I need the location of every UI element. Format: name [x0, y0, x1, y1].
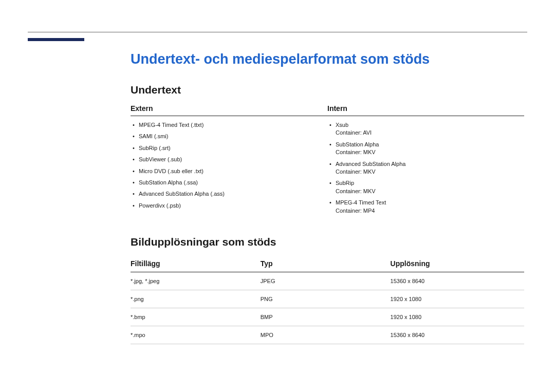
list-item: SubStation Alpha (.ssa) [139, 179, 327, 186]
table-row: *.png PNG 1920 x 1080 [131, 290, 524, 308]
cell-ext: *.bmp [131, 308, 261, 326]
table-row: *.bmp BMP 1920 x 1080 [131, 308, 524, 326]
extern-rule [131, 116, 327, 116]
cell-type: PNG [261, 290, 391, 308]
item-container: Container: MKV [336, 168, 524, 176]
intern-rule [327, 116, 524, 116]
list-item: Powerdivx (.psb) [139, 202, 327, 210]
resolution-table: Filtillägg Typ Upplösning *.jpg, *.jpeg … [131, 256, 524, 344]
cell-res: 15360 x 8640 [391, 272, 524, 290]
extern-heading: Extern [131, 104, 327, 116]
intern-column: Intern Xsub Container: AVI SubStation Al… [327, 104, 524, 218]
table-body: *.jpg, *.jpeg JPEG 15360 x 8640 *.png PN… [131, 272, 524, 344]
list-item: Micro DVD (.sub eller .txt) [139, 167, 327, 175]
section-subtitle-undertext: Undertext [131, 84, 524, 96]
list-item: SubViewer (.sub) [139, 156, 327, 163]
cell-ext: *.mpo [131, 326, 261, 344]
list-item: SAMI (.smi) [139, 133, 327, 140]
cell-res: 1920 x 1080 [391, 308, 524, 326]
list-item: MPEG-4 Timed Text Container: MP4 [336, 199, 524, 215]
list-item: SubRip (.srt) [139, 144, 327, 152]
table-head: Filtillägg Typ Upplösning [131, 256, 524, 272]
item-name: Xsub [336, 122, 348, 128]
table-row: *.mpo MPO 15360 x 8640 [131, 326, 524, 344]
item-name: Advanced SubStation Alpha [336, 161, 405, 167]
cell-type: JPEG [261, 272, 391, 290]
cell-res: 1920 x 1080 [391, 290, 524, 308]
accent-bar [28, 38, 84, 41]
page: Undertext- och mediespelarformat som stö… [0, 0, 555, 392]
item-container: Container: MKV [336, 148, 524, 156]
item-name: SubRip [336, 180, 354, 186]
page-title: Undertext- och mediespelarformat som stö… [131, 51, 524, 67]
list-item: Advanced SubStation Alpha Container: MKV [336, 160, 524, 176]
col-type: Typ [261, 256, 391, 272]
list-item: MPEG-4 Timed Text (.ttxt) [139, 121, 327, 129]
item-container: Container: AVI [336, 129, 524, 137]
cell-type: MPO [261, 326, 391, 344]
list-item: Advanced SubStation Alpha (.ass) [139, 190, 327, 198]
intern-heading: Intern [327, 104, 524, 116]
subtitle-columns: Extern MPEG-4 Timed Text (.ttxt) SAMI (.… [131, 104, 524, 218]
table-header-row: Filtillägg Typ Upplösning [131, 256, 524, 272]
content-area: Undertext- och mediespelarformat som stö… [131, 51, 524, 344]
cell-ext: *.png [131, 290, 261, 308]
extern-list: MPEG-4 Timed Text (.ttxt) SAMI (.smi) Su… [131, 121, 327, 210]
item-container: Container: MKV [336, 188, 524, 195]
cell-ext: *.jpg, *.jpeg [131, 272, 261, 290]
intern-list: Xsub Container: AVI SubStation Alpha Con… [327, 121, 524, 215]
table-row: *.jpg, *.jpeg JPEG 15360 x 8640 [131, 272, 524, 290]
cell-type: BMP [261, 308, 391, 326]
list-item: SubRip Container: MKV [336, 179, 524, 195]
section-image-resolutions: Bildupplösningar som stöds [131, 236, 524, 248]
top-rule [28, 32, 527, 32]
item-name: MPEG-4 Timed Text [336, 199, 386, 206]
list-item: SubStation Alpha Container: MKV [336, 141, 524, 157]
extern-column: Extern MPEG-4 Timed Text (.ttxt) SAMI (.… [131, 104, 327, 218]
list-item: Xsub Container: AVI [336, 121, 524, 137]
col-ext: Filtillägg [131, 256, 261, 272]
col-res: Upplösning [391, 256, 524, 272]
item-container: Container: MP4 [336, 207, 524, 215]
item-name: SubStation Alpha [336, 141, 379, 147]
cell-res: 15360 x 8640 [391, 326, 524, 344]
